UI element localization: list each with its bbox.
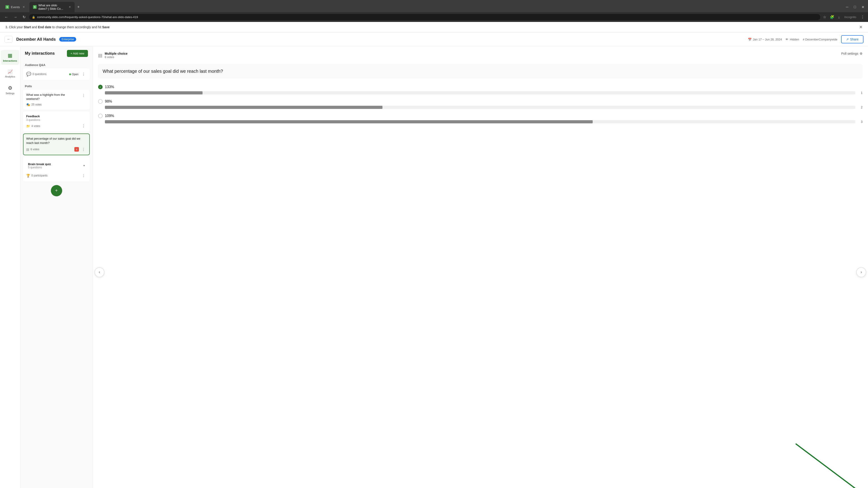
tab-close-slido[interactable]: ✕ [69, 5, 71, 8]
qa-item-header: 💬 0 questions Open ⋮ [26, 72, 87, 77]
feedback-meta: 📁 4 votes ⋮ [26, 123, 87, 129]
qa-more-button[interactable]: ⋮ [80, 72, 87, 77]
sidebar-item-settings[interactable]: ⚙ Settings [1, 83, 19, 97]
interactions-list: Audience Q&A 💬 0 questions Open ⋮ [20, 61, 92, 488]
annotation-arrow [755, 435, 868, 488]
chat-icon: 💬 [26, 72, 31, 76]
browser-tab-events[interactable]: S Events ✕ [2, 3, 29, 11]
brain-break-title: Brain break quiz [28, 162, 51, 166]
feedback-vote-count: 4 votes [31, 125, 40, 128]
hashtag-text: # DecemberCompanywide [803, 38, 837, 41]
poll-type-info: ▤ Multiple choice 6 votes [98, 52, 127, 59]
feedback-group[interactable]: Feedback 3 questions 📁 4 votes ⋮ [23, 111, 90, 132]
brain-break-header[interactable]: Brain break quiz 5 questions ▾ [26, 160, 87, 171]
settings-icon: ⚙ [8, 85, 12, 91]
app-header: ← December All Hands Enterprise 📅 Jan 17… [0, 33, 868, 46]
poll-question: What percentage of our sales goal did we… [98, 64, 863, 78]
poll1-more-button[interactable]: ⋮ [80, 93, 87, 98]
brain-break-meta: 🏆 0 participants ⋮ [26, 173, 87, 178]
close-window-button[interactable]: ✕ [860, 4, 866, 10]
poll2-vote-count: 6 votes [31, 148, 39, 151]
poll-vote-count: 6 votes [105, 55, 127, 59]
notification-text: 3. Click your Start and End date to chan… [5, 25, 110, 29]
tab-label-slido: What are slido dates? | Slido Co... [38, 4, 66, 10]
app-body: ▦ Interactions 📈 Analytics ⚙ Settings My… [0, 46, 868, 488]
status-dot-open [69, 73, 71, 75]
bookmark-button[interactable]: ☆ [822, 14, 827, 20]
notification-close-button[interactable]: ✕ [859, 25, 863, 30]
forward-button[interactable]: → [12, 14, 19, 20]
enterprise-badge: Enterprise [59, 37, 76, 41]
poll-container: ▤ Multiple choice 6 votes Poll settings … [93, 46, 868, 488]
brain-break-group[interactable]: Brain break quiz 5 questions ▾ 🏆 0 parti… [23, 157, 90, 182]
svg-line-1 [796, 444, 859, 488]
pause-badge: ⏸ [74, 147, 79, 152]
new-tab-button[interactable]: + [75, 4, 82, 10]
incognito-label: Incognito [842, 15, 858, 19]
interactions-panel-title: My interactions [25, 51, 55, 56]
poll2-meta: ▤ 6 votes ⏸ ⋮ [26, 147, 87, 152]
votes-icon-2: ▤ [26, 148, 29, 151]
poll1-title: What was a highlight from the weekend? [26, 93, 79, 101]
option-1-count: 1 [858, 91, 863, 95]
app-container: ← December All Hands Enterprise 📅 Jan 17… [0, 33, 868, 488]
extensions-button[interactable]: 🧩 [829, 14, 835, 20]
option-1-check: ✓ [98, 85, 103, 89]
sidebar-item-analytics[interactable]: 📈 Analytics [1, 67, 19, 80]
feedback-votes: 📁 4 votes [26, 124, 40, 128]
hashtag-item: # DecemberCompanywide [803, 38, 837, 41]
option-2-text: 98% [105, 99, 112, 103]
option-1-bar-row: 1 [98, 91, 863, 95]
save-text: Save [102, 25, 110, 29]
option-3-text: 109% [105, 114, 114, 118]
menu-button[interactable]: ⋮ [860, 14, 865, 20]
back-to-events-button[interactable]: ← [4, 36, 13, 43]
brain-break-more-button[interactable]: ⋮ [80, 173, 87, 178]
bottom-action-button[interactable]: + [51, 185, 62, 196]
option-1-text: 133% [105, 85, 114, 89]
date-range-item: 📅 Jan 17 – Jun 28, 2024 [748, 38, 782, 41]
poll-option-2: 98% 2 [98, 99, 863, 109]
qa-count-text: 0 questions [33, 72, 46, 76]
option-3-bar-row: 3 [98, 120, 863, 124]
audience-qa-item[interactable]: 💬 0 questions Open ⋮ [23, 68, 90, 80]
brain-break-subtitle: 5 questions [28, 166, 51, 169]
polls-header: Polls [23, 82, 90, 90]
poll-type-icon: ▤ [98, 53, 102, 58]
option-2-check [98, 99, 103, 104]
poll2-more-button[interactable]: ⋮ [80, 147, 87, 152]
poll-item-2-selected[interactable]: What percentage of our sales goal did we… [23, 133, 90, 155]
qa-status-badge: Open [69, 73, 79, 76]
poll-settings-button[interactable]: Poll settings ⚙ [841, 52, 863, 55]
analytics-icon: 📈 [8, 69, 13, 74]
poll-settings-label: Poll settings [841, 52, 858, 55]
option-2-bar-fill [105, 106, 382, 109]
sidebar-item-interactions[interactable]: ▦ Interactions [1, 50, 19, 65]
reload-button[interactable]: ↻ [21, 14, 27, 20]
share-button[interactable]: ↗ Share [841, 35, 864, 43]
settings-label: Settings [6, 92, 15, 95]
address-bar[interactable]: 🔒 community.slido.com/frequently-asked-q… [29, 14, 820, 20]
interactions-icon: ▦ [8, 53, 12, 59]
lock-icon: 🔒 [32, 15, 35, 19]
option-1-bar-track [105, 91, 855, 94]
start-text: Start [24, 25, 31, 29]
poll1-votes: 🎭 25 votes [26, 103, 41, 106]
hidden-text: Hidden [790, 38, 799, 41]
calendar-icon: 📅 [748, 38, 752, 41]
browser-tab-slido[interactable]: S What are slido dates? | Slido Co... ✕ [29, 2, 74, 12]
back-button[interactable]: ← [3, 14, 10, 20]
add-new-button[interactable]: + Add new [67, 50, 88, 57]
poll-item-1[interactable]: What was a highlight from the weekend? ⋮… [23, 90, 90, 109]
votes-icon-1: 🎭 [26, 103, 30, 106]
next-poll-button[interactable]: › [856, 267, 866, 277]
option-2-bar-track [105, 106, 855, 109]
maximize-button[interactable]: □ [852, 4, 858, 10]
interactions-panel: My interactions + Add new Audience Q&A 💬… [20, 46, 93, 488]
feedback-more-button[interactable]: ⋮ [80, 123, 87, 129]
tab-close-events[interactable]: ✕ [23, 5, 25, 8]
minimize-button[interactable]: ─ [844, 4, 850, 10]
poll2-header: What percentage of our sales goal did we… [26, 137, 87, 145]
downloads-button[interactable]: ↓ [837, 14, 841, 20]
previous-poll-button[interactable]: ‹ [94, 267, 104, 277]
